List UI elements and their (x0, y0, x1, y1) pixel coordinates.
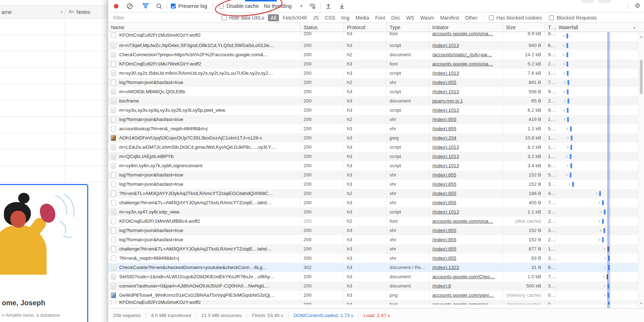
initiator-link[interactable]: (index):1013 (432, 89, 459, 94)
hide-data-urls-checkbox[interactable]: Hide data URLs (222, 15, 264, 21)
column-header-protocol[interactable]: Protocol (344, 23, 386, 32)
scroll-up-icon[interactable]: ▲ (638, 35, 644, 38)
filter-pill-js[interactable]: JS (313, 15, 319, 21)
table-scrollbar[interactable]: ▲ ▼ (638, 32, 644, 308)
clear-network-log-button[interactable] (125, 2, 134, 10)
network-request-row[interactable]: m=sy3n,sy47,sy6r,totp_view200h3script(in… (108, 207, 638, 217)
initiator-link[interactable]: (index):1013 (432, 163, 459, 168)
preserve-log-checkbox[interactable]: Preserve log (171, 3, 207, 9)
waterfall-bar[interactable] (599, 191, 601, 196)
filter-pill-css[interactable]: CSS (325, 15, 335, 21)
network-request-row[interactable]: SetSID?ssdc=1&sidt=ALWU2cujubZObDKIEodEk… (108, 272, 638, 281)
waterfall-bar[interactable] (566, 52, 568, 57)
network-request-row[interactable]: consent?authuser=0&part=AJi8hAOeOIUiiJ5I… (108, 281, 638, 291)
network-request-row[interactable]: m=sy6m,sy6n,sy7k,sybh,signinconsent200h3… (108, 161, 638, 170)
network-request-row[interactable]: KFOmCnqEu92Fr1Mu5mxKOzY.woff2200h3fontac… (108, 32, 638, 41)
waterfall-bar[interactable] (602, 219, 604, 224)
filter-input[interactable] (113, 15, 172, 21)
network-request-row[interactable]: challenge?hl=en&TL=AM3QAYYJOykAq2TksILRA… (108, 244, 638, 254)
waterfall-bar[interactable] (566, 33, 568, 38)
scrollbar-thumb[interactable] (640, 60, 643, 94)
column-header-time[interactable]: T… (545, 23, 555, 32)
waterfall-bar[interactable] (567, 108, 569, 113)
grid-column-name-header[interactable]: ame ▾ (0, 9, 65, 15)
scroll-down-icon[interactable]: ▼ (638, 302, 644, 305)
import-har-button[interactable] (324, 2, 333, 10)
blocked-requests-checkbox[interactable]: Blocked Requests (549, 15, 597, 21)
filter-pill-font[interactable]: Font (375, 15, 385, 21)
filter-toggle-button[interactable] (141, 2, 150, 10)
filter-pill-fetch-xhr[interactable]: Fetch/XHR (283, 15, 307, 21)
waterfall-bar[interactable] (602, 237, 604, 242)
waterfall-bar[interactable] (570, 126, 572, 131)
waterfall-bar[interactable] (602, 200, 604, 205)
filter-pill-img[interactable]: Img (341, 15, 349, 21)
disable-cache-checkbox[interactable]: Disable cache (219, 3, 259, 9)
network-request-row[interactable]: log?format=json&hasfast=true200h3xhr(ind… (108, 170, 638, 180)
column-header-type[interactable]: Type (386, 23, 429, 32)
waterfall-bar[interactable] (568, 80, 569, 85)
filter-pill-all[interactable]: All (268, 14, 279, 21)
network-request-row[interactable]: challenge?hl=en&TL=AM3QAYYJOykAq2TksILRA… (108, 198, 638, 207)
network-request-row[interactable]: KFOmCnqEu92Fr1Mu7WxKOzY.woff2200h3fontac… (108, 59, 638, 69)
settings-gear-icon[interactable]: ⚙ (635, 2, 640, 10)
initiator-link[interactable]: /accounts/static/_/js/k=gai… (432, 52, 492, 57)
record-network-log-button[interactable] (112, 2, 120, 10)
waterfall-bar[interactable] (567, 117, 569, 122)
waterfall-bar[interactable] (570, 154, 571, 159)
network-request-row[interactable]: m=LEikZe,wGM7Jc,khmSIb,Dt3C4,gmwJWd,KyIA… (108, 143, 638, 152)
network-request-row[interactable]: accountlookup?hl=en&_reqid=68498&rt=j200… (108, 124, 638, 133)
column-header-name[interactable]: Name (108, 23, 300, 32)
initiator-link[interactable]: accounts.google.com/o/oa… (432, 302, 493, 305)
filter-pill-manifest[interactable]: Manifest (440, 15, 459, 21)
initiator-link[interactable]: (index):855 (432, 228, 456, 233)
filter-pill-media[interactable]: Media (355, 15, 369, 21)
initiator-link[interactable]: accounts.google.com/Chec… (432, 274, 495, 279)
waterfall-bar[interactable] (570, 145, 572, 150)
sort-ascending-icon[interactable]: ▲ (633, 26, 636, 29)
initiator-link[interactable]: (index):855 (432, 237, 456, 242)
network-request-row[interactable]: log?format=json&hasfast=true200h2xhr(ind… (108, 115, 638, 124)
initiator-link[interactable]: (index):1323 (432, 265, 459, 270)
initiator-link[interactable]: (index):1013 (432, 43, 459, 48)
network-request-row[interactable]: CheckCookie?hl=en&checkedDomains=youtube… (108, 263, 638, 272)
network-request-row[interactable]: m=n73qwf,MpJwZc,NpD4ec,SF3gsd,O8k1Cd,YLQ… (108, 41, 638, 50)
waterfall-bar[interactable] (566, 62, 568, 67)
initiator-link[interactable]: (index):855 (432, 181, 456, 187)
initiator-link[interactable]: (index):855 (432, 126, 456, 131)
grid-rows[interactable] (0, 19, 108, 184)
initiator-link[interactable]: (index):204 (432, 135, 456, 141)
filter-pill-doc[interactable]: Doc (391, 15, 400, 21)
waterfall-bar[interactable] (571, 136, 572, 141)
throttling-dropdown[interactable]: No throttling ▼ (264, 3, 303, 9)
network-request-row[interactable]: m=sy30,sy2z,i5dxUd,m9oV,RAnnUd,sy2s,sy2t… (108, 69, 638, 78)
network-request-row[interactable]: KFOlCnqEu92Fr1MmWUlfBBc4.woff2200h2fonta… (108, 217, 638, 226)
network-request-row[interactable]: AOh14GiDFeVUyqS3CopcOUp7C3SL5koGxzAjC1ck… (108, 133, 638, 143)
column-header-waterfall[interactable]: Waterfall (555, 23, 644, 32)
column-header-initiator[interactable]: Initiator (429, 23, 503, 32)
network-request-row[interactable]: log?format=json&hasfast=true200h3xhr(ind… (108, 226, 638, 235)
waterfall-bar[interactable] (570, 163, 572, 168)
waterfall-bar[interactable] (604, 210, 606, 215)
initiator-link[interactable]: (index):855 (432, 255, 456, 261)
waterfall-bar[interactable] (566, 43, 568, 48)
initiator-link[interactable]: (index):855 (432, 117, 456, 122)
waterfall-bar[interactable] (570, 173, 571, 178)
waterfall-bar[interactable] (567, 71, 569, 76)
initiator-link[interactable]: (index):855 (432, 172, 456, 178)
filter-pill-wasm[interactable]: Wasm (420, 15, 434, 21)
initiator-link[interactable]: (index):1013 (432, 107, 459, 113)
network-request-row[interactable]: m=QCqtlc,IAEjzb,etBPYb200h3script(index)… (108, 152, 638, 161)
column-header-size[interactable]: Size (503, 23, 545, 32)
export-har-button[interactable] (338, 2, 346, 10)
network-request-row[interactable]: bscframe200h3documentjquery.min.js:165 B… (108, 96, 638, 106)
waterfall-bar[interactable] (567, 89, 569, 94)
network-conditions-button[interactable] (308, 2, 317, 10)
waterfall-bar[interactable] (568, 99, 569, 104)
initiator-link[interactable]: (index):1013 (432, 209, 459, 215)
network-request-row[interactable]: ?hl=en&_reqid=468498&rt=j200h3xhr(index)… (108, 254, 638, 263)
waterfall-bar[interactable] (572, 182, 574, 187)
initiator-link[interactable]: accounts.google.com/o/oa… (432, 32, 493, 36)
initiator-link[interactable]: (index):1013 (432, 70, 459, 76)
initiator-link[interactable]: (index):855 (432, 80, 456, 85)
